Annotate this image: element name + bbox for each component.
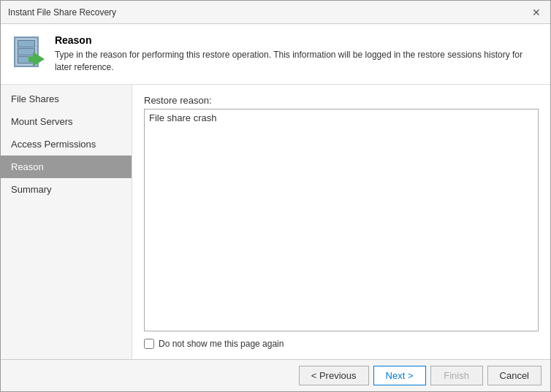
header-icon — [12, 34, 45, 69]
main-window: Instant File Share Recovery ✕ Reason Typ… — [0, 0, 551, 392]
header-area: Reason Type in the reason for performing… — [1, 24, 550, 85]
close-button[interactable]: ✕ — [530, 6, 543, 19]
finish-button[interactable]: Finish — [430, 366, 483, 385]
header-title: Reason — [55, 34, 539, 46]
title-bar: Instant File Share Recovery ✕ — [1, 1, 550, 24]
sidebar-item-mount-servers[interactable]: Mount Servers — [1, 110, 132, 133]
sidebar-item-file-shares[interactable]: File Shares — [1, 88, 132, 110]
do-not-show-checkbox[interactable] — [144, 339, 154, 349]
previous-button[interactable]: < Previous — [299, 366, 369, 385]
cancel-button[interactable]: Cancel — [487, 366, 542, 385]
main-panel: Restore reason: File share crash Do not … — [132, 85, 550, 359]
footer: < Previous Next > Finish Cancel — [1, 359, 550, 391]
window-title: Instant File Share Recovery — [8, 7, 116, 18]
sidebar-item-reason[interactable]: Reason — [1, 155, 132, 178]
checkbox-row: Do not show me this page again — [144, 339, 539, 349]
sidebar: File Shares Mount Servers Access Permiss… — [1, 85, 132, 359]
restore-reason-label: Restore reason: — [144, 95, 539, 106]
arrow-icon — [33, 52, 45, 66]
sidebar-item-access-permissions[interactable]: Access Permissions — [1, 133, 132, 155]
next-button[interactable]: Next > — [373, 366, 426, 385]
restore-reason-textarea[interactable]: File share crash — [144, 109, 539, 331]
header-description: Type in the reason for performing this r… — [55, 49, 539, 74]
cabinet-drawer-1 — [18, 40, 35, 47]
do-not-show-label: Do not show me this page again — [159, 339, 284, 349]
header-text: Reason Type in the reason for performing… — [55, 34, 539, 74]
title-bar-left: Instant File Share Recovery — [8, 7, 116, 18]
content-area: File Shares Mount Servers Access Permiss… — [1, 85, 550, 359]
sidebar-item-summary[interactable]: Summary — [1, 178, 132, 201]
